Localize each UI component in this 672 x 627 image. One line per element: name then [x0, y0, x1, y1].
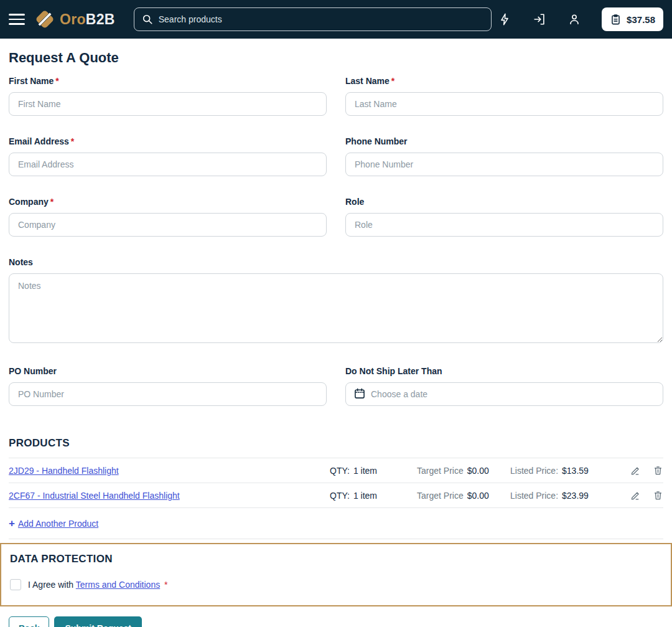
first-name-input[interactable]	[9, 92, 327, 116]
field-first-name: First Name*	[9, 76, 327, 116]
field-ship-date: Do Not Ship Later Than	[345, 366, 663, 406]
listed-price-value: $13.59	[562, 466, 589, 476]
products-heading: PRODUCTS	[9, 437, 663, 450]
field-po-number: PO Number	[9, 366, 327, 406]
target-price-value: $0.00	[467, 491, 489, 501]
po-number-input[interactable]	[9, 382, 327, 406]
email-label: Email Address	[9, 136, 69, 146]
email-input[interactable]	[9, 153, 327, 176]
notes-label: Notes	[9, 257, 33, 267]
target-price-value: $0.00	[467, 466, 489, 476]
qty-value: 1 item	[353, 491, 377, 501]
quick-order-icon[interactable]	[497, 12, 512, 27]
delete-product-icon[interactable]	[653, 465, 663, 476]
search-icon	[142, 14, 153, 25]
back-button[interactable]: Back	[9, 616, 49, 627]
field-last-name: Last Name*	[345, 76, 663, 116]
listed-price-label: Listed Price:	[510, 466, 558, 476]
product-link[interactable]: 2JD29 - Handheld Flashlight	[9, 466, 330, 476]
ship-date-input[interactable]	[345, 382, 663, 406]
divider	[9, 539, 663, 539]
product-search-bar[interactable]	[134, 7, 492, 31]
last-name-input[interactable]	[345, 92, 663, 116]
required-asterisk: *	[391, 76, 394, 86]
field-role: Role	[345, 197, 663, 237]
notes-textarea[interactable]	[9, 273, 663, 343]
required-asterisk: *	[55, 76, 58, 86]
first-name-label: First Name	[9, 76, 54, 86]
terms-checkbox[interactable]	[10, 579, 21, 590]
po-number-label: PO Number	[9, 366, 57, 376]
target-price-label: Target Price	[417, 491, 464, 501]
top-navbar: OroB2B	[0, 0, 672, 39]
agree-text: I Agree with	[28, 580, 73, 590]
brand-logo[interactable]: OroB2B	[35, 9, 115, 29]
submit-request-button[interactable]: Submit Request	[54, 616, 142, 627]
delete-product-icon[interactable]	[653, 490, 663, 501]
field-email: Email Address*	[9, 136, 327, 176]
add-product-row: + Add Another Product	[9, 517, 663, 530]
listed-price-label: Listed Price:	[510, 491, 558, 501]
qty-value: 1 item	[353, 466, 377, 476]
phone-label: Phone Number	[345, 136, 408, 146]
listed-price-value: $23.99	[562, 491, 589, 501]
qty-label: QTY:	[330, 466, 350, 476]
field-company: Company*	[9, 197, 327, 237]
company-input[interactable]	[9, 213, 327, 237]
last-name-label: Last Name	[345, 76, 390, 86]
shopping-list-button[interactable]: $37.58	[602, 7, 663, 31]
required-asterisk: *	[164, 580, 167, 590]
brand-name: OroB2B	[60, 11, 115, 28]
add-another-product-link[interactable]: Add Another Product	[18, 519, 98, 529]
company-label: Company	[9, 197, 49, 207]
role-input[interactable]	[345, 213, 663, 237]
page-title: Request A Quote	[9, 50, 663, 66]
field-notes: Notes	[9, 257, 663, 346]
brand-diamond-icon	[35, 9, 55, 29]
target-price-label: Target Price	[417, 466, 464, 476]
required-asterisk: *	[50, 197, 54, 207]
calendar-icon	[353, 387, 366, 400]
role-label: Role	[345, 197, 364, 207]
account-icon[interactable]	[567, 12, 582, 27]
ship-date-label: Do Not Ship Later Than	[345, 366, 442, 376]
shopping-list-icon	[610, 14, 622, 26]
products-section: PRODUCTS 2JD29 - Handheld Flashlight QTY…	[9, 437, 663, 539]
required-asterisk: *	[71, 136, 74, 146]
product-row: 2JD29 - Handheld Flashlight QTY:1 item T…	[9, 458, 663, 483]
product-link[interactable]: 2CF67 - Industrial Steel Handheld Flashl…	[9, 491, 330, 501]
qty-label: QTY:	[330, 491, 350, 501]
product-row: 2CF67 - Industrial Steel Handheld Flashl…	[9, 483, 663, 507]
menu-icon[interactable]	[9, 14, 25, 25]
phone-input[interactable]	[345, 153, 663, 176]
plus-icon: +	[9, 517, 15, 530]
rfq-form: First Name* Last Name* Email Address* Ph…	[9, 76, 663, 406]
sign-in-icon[interactable]	[532, 12, 547, 27]
field-phone: Phone Number	[345, 136, 663, 176]
search-input[interactable]	[159, 14, 483, 24]
data-protection-section: DATA PROTECTION I Agree with Terms and C…	[0, 543, 672, 606]
edit-product-icon[interactable]	[630, 490, 641, 501]
edit-product-icon[interactable]	[630, 465, 641, 476]
terms-and-conditions-link[interactable]: Terms and Conditions	[76, 580, 160, 590]
data-protection-heading: DATA PROTECTION	[10, 553, 662, 565]
cart-total: $37.58	[627, 14, 655, 25]
